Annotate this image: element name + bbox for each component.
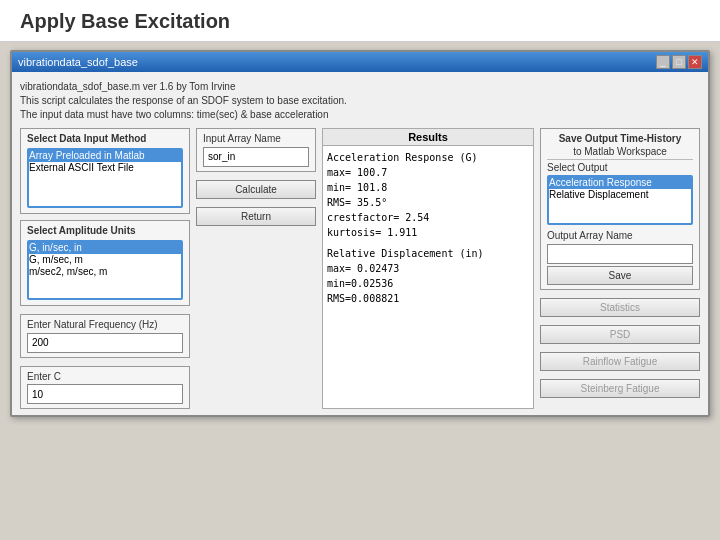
- data-method-select[interactable]: Array Preloaded in Matlab External ASCII…: [27, 148, 183, 208]
- acc-kurtosis: kurtosis= 1.911: [327, 225, 529, 240]
- save-button[interactable]: Save: [547, 266, 693, 285]
- acc-header: Acceleration Response (G): [327, 150, 529, 165]
- array-name-input[interactable]: [203, 147, 309, 167]
- window-titlebar: vibrationdata_sdof_base _ □ ✕: [12, 52, 708, 72]
- select-output-label: Select Output: [547, 162, 693, 173]
- rd-rms: RMS=0.008821: [327, 291, 529, 306]
- main-content: Select Data Input Method Array Preloaded…: [20, 128, 700, 409]
- script-line1: vibrationdata_sdof_base.m ver 1.6 by Tom…: [20, 80, 700, 94]
- script-line2: This script calculates the response of a…: [20, 94, 700, 108]
- damping-label: Enter C: [27, 371, 183, 382]
- window-body: vibrationdata_sdof_base.m ver 1.6 by Tom…: [12, 72, 708, 415]
- right-panel: Save Output Time-History to Matlab Works…: [540, 128, 700, 409]
- save-group: Save Output Time-History to Matlab Works…: [540, 128, 700, 290]
- array-name-label: Input Array Name: [203, 133, 309, 144]
- maximize-button[interactable]: □: [672, 55, 686, 69]
- window-controls: _ □ ✕: [656, 55, 702, 69]
- script-info: vibrationdata_sdof_base.m ver 1.6 by Tom…: [20, 78, 700, 124]
- frequency-label: Enter Natural Frequency (Hz): [27, 319, 183, 330]
- acc-crest: crestfactor= 2.54: [327, 210, 529, 225]
- acc-min: min= 101.8: [327, 180, 529, 195]
- statistics-button[interactable]: Statistics: [540, 298, 700, 317]
- output-array-label: Output Array Name: [547, 230, 693, 241]
- window-title: vibrationdata_sdof_base: [18, 56, 138, 68]
- middle-panel: Input Array Name Calculate Return: [196, 128, 316, 409]
- frequency-group: Enter Natural Frequency (Hz) 200: [20, 314, 190, 358]
- results-panel: Results Acceleration Response (G) max= 1…: [322, 128, 534, 409]
- output-select-container: Acceleration Response Relative Displacem…: [547, 175, 693, 226]
- frequency-input[interactable]: 200: [27, 333, 183, 353]
- psd-button[interactable]: PSD: [540, 325, 700, 344]
- calculate-button[interactable]: Calculate: [196, 180, 316, 199]
- output-select[interactable]: Acceleration Response Relative Displacem…: [547, 175, 693, 225]
- close-button[interactable]: ✕: [688, 55, 702, 69]
- script-line3: The input data must have two columns: ti…: [20, 108, 700, 122]
- output-array-input[interactable]: [547, 244, 693, 264]
- results-content: Acceleration Response (G) max= 100.7 min…: [323, 146, 533, 408]
- rd-max: max= 0.02473: [327, 261, 529, 276]
- return-button[interactable]: Return: [196, 207, 316, 226]
- minimize-button[interactable]: _: [656, 55, 670, 69]
- save-subtitle: to Matlab Workspace: [547, 146, 693, 157]
- steinberg-button[interactable]: Steinberg Fatigue: [540, 379, 700, 398]
- data-input-label: Select Data Input Method: [27, 133, 183, 144]
- rainflow-button[interactable]: Rainflow Fatigue: [540, 352, 700, 371]
- page-title: Apply Base Excitation: [0, 0, 720, 42]
- acc-rms: RMS= 35.5°: [327, 195, 529, 210]
- main-window: vibrationdata_sdof_base _ □ ✕ vibrationd…: [10, 50, 710, 417]
- array-name-group: Input Array Name: [196, 128, 316, 172]
- left-panel: Select Data Input Method Array Preloaded…: [20, 128, 190, 409]
- rd-min: min=0.02536: [327, 276, 529, 291]
- acc-max: max= 100.7: [327, 165, 529, 180]
- rel-disp-header: Relative Displacement (in): [327, 246, 529, 261]
- results-header: Results: [323, 129, 533, 146]
- damping-group: Enter C 10: [20, 366, 190, 410]
- amplitude-label: Select Amplitude Units: [27, 225, 183, 236]
- damping-input[interactable]: 10: [27, 384, 183, 404]
- amplitude-group: Select Amplitude Units G, in/sec, in G, …: [20, 220, 190, 306]
- amplitude-select[interactable]: G, in/sec, in G, m/sec, m m/sec2, m/sec,…: [27, 240, 183, 300]
- data-input-group: Select Data Input Method Array Preloaded…: [20, 128, 190, 214]
- save-title: Save Output Time-History: [547, 133, 693, 144]
